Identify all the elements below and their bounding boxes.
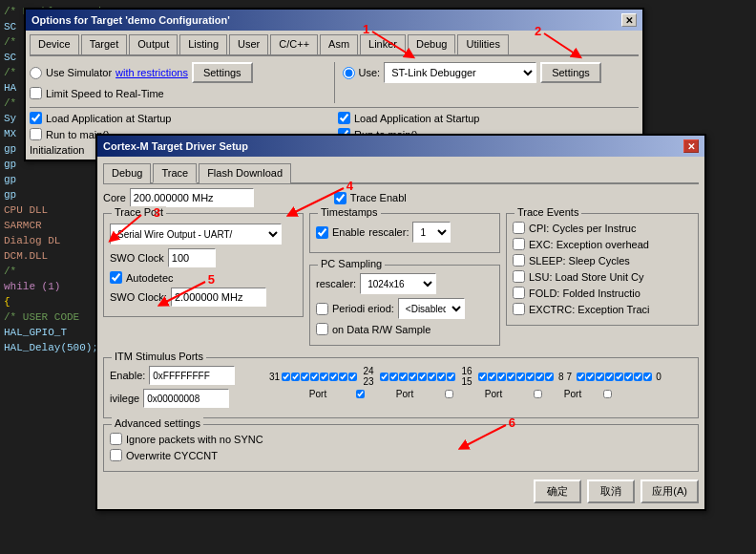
port-31-label: 31 bbox=[261, 372, 280, 382]
tab-asm[interactable]: Asm bbox=[320, 34, 358, 54]
cpi-label: CPI: Cycles per Instruc bbox=[529, 223, 636, 234]
on-data-label: on Data R/W Sample bbox=[332, 324, 430, 335]
tab-debug[interactable]: Debug bbox=[408, 34, 455, 54]
exc-check[interactable] bbox=[513, 238, 525, 250]
cortex-tab-debug[interactable]: Debug bbox=[103, 163, 151, 183]
timestamps-enable-check[interactable] bbox=[316, 226, 328, 239]
pc-sampling-title: PC Sampling bbox=[318, 258, 385, 269]
p12-chk[interactable] bbox=[507, 373, 515, 381]
periodic-check[interactable] bbox=[316, 303, 328, 315]
tab-target[interactable]: Target bbox=[81, 34, 128, 54]
simulator-radio[interactable] bbox=[30, 67, 42, 79]
p30-chk[interactable] bbox=[291, 373, 300, 381]
p21-chk[interactable] bbox=[399, 373, 408, 381]
debugger-dropdown[interactable]: ST-Link Debugger bbox=[384, 62, 536, 83]
trace-event-exc: EXC: Exception overhead bbox=[513, 238, 692, 250]
tab-device[interactable]: Device bbox=[30, 34, 79, 54]
p27-chk[interactable] bbox=[320, 373, 328, 381]
p2-chk[interactable] bbox=[624, 373, 633, 381]
port-chk3[interactable] bbox=[534, 390, 542, 398]
autodetect-check[interactable] bbox=[110, 271, 122, 284]
exctrc-check[interactable] bbox=[513, 303, 525, 315]
p18-chk[interactable] bbox=[428, 373, 436, 381]
p31-chk[interactable] bbox=[282, 373, 290, 381]
tab-output[interactable]: Output bbox=[129, 34, 178, 54]
overwrite-check[interactable] bbox=[110, 449, 122, 461]
p4-chk[interactable] bbox=[605, 373, 614, 381]
swo-mhz-input[interactable] bbox=[171, 288, 266, 307]
periodic-select[interactable]: <Disabled> bbox=[398, 298, 465, 319]
run-main-check[interactable] bbox=[30, 128, 42, 140]
enable-label: Enable: bbox=[110, 370, 145, 381]
p19-chk[interactable] bbox=[418, 373, 427, 381]
ok-btn[interactable]: 确定 bbox=[534, 479, 581, 503]
fold-check[interactable] bbox=[513, 287, 525, 299]
tab-utilities[interactable]: Utilities bbox=[457, 34, 508, 54]
p11-chk[interactable] bbox=[516, 373, 525, 381]
swo-clock-label: SWO Clock bbox=[110, 252, 164, 264]
p13-chk[interactable] bbox=[497, 373, 506, 381]
tab-listing[interactable]: Listing bbox=[179, 34, 227, 54]
restrictions-link[interactable]: with restrictions bbox=[116, 67, 188, 78]
p5-chk[interactable] bbox=[596, 373, 604, 381]
on-data-check[interactable] bbox=[316, 323, 328, 335]
autodetect-row: Autodetec bbox=[110, 271, 297, 284]
p22-chk[interactable] bbox=[389, 373, 398, 381]
p17-chk[interactable] bbox=[437, 373, 446, 381]
tab-linker[interactable]: Linker bbox=[360, 34, 406, 54]
port-chk2[interactable] bbox=[445, 390, 453, 398]
tab-user[interactable]: User bbox=[229, 34, 268, 54]
ivilege-input[interactable] bbox=[143, 389, 229, 408]
apply-btn[interactable]: 应用(A) bbox=[640, 479, 699, 503]
sleep-check[interactable] bbox=[513, 254, 525, 266]
p16a-chk[interactable] bbox=[447, 373, 455, 381]
options-close-btn[interactable]: ✕ bbox=[621, 13, 637, 27]
p10-chk[interactable] bbox=[526, 373, 535, 381]
debugger-settings-btn[interactable]: Settings bbox=[540, 62, 601, 83]
cortex-tab-flash[interactable]: Flash Download bbox=[199, 163, 291, 183]
p1-chk[interactable] bbox=[634, 373, 642, 381]
load-app-check2[interactable] bbox=[338, 112, 350, 124]
pc-rescaler-select[interactable]: 1024x16 bbox=[360, 273, 436, 294]
simulator-settings-btn[interactable]: Settings bbox=[192, 62, 253, 83]
p0-chk[interactable] bbox=[643, 373, 652, 381]
enable-input[interactable] bbox=[149, 366, 235, 385]
p26-chk[interactable] bbox=[329, 373, 338, 381]
fold-label: FOLD: Folded Instructio bbox=[529, 288, 640, 299]
p9-chk[interactable] bbox=[536, 373, 544, 381]
ignore-sync-check[interactable] bbox=[110, 433, 122, 445]
p8a-chk[interactable] bbox=[545, 373, 554, 381]
p25-chk[interactable] bbox=[339, 373, 347, 381]
swo-clock-input[interactable] bbox=[168, 248, 216, 267]
cpi-check[interactable] bbox=[513, 222, 525, 234]
debugger-row: Use: ST-Link Debugger Settings bbox=[343, 62, 640, 83]
p24a-chk[interactable] bbox=[348, 373, 357, 381]
exctrc-label: EXCTRC: Exception Traci bbox=[529, 304, 650, 315]
lsu-check[interactable] bbox=[513, 270, 525, 283]
trace-events-content: CPI: Cycles per Instruc EXC: Exception o… bbox=[513, 222, 692, 315]
trace-enable-check[interactable] bbox=[334, 192, 346, 204]
p20-chk[interactable] bbox=[409, 373, 417, 381]
tab-cpp[interactable]: C/C++ bbox=[270, 34, 318, 54]
p23-chk[interactable] bbox=[380, 373, 388, 381]
load-app-check[interactable] bbox=[30, 112, 42, 124]
p3-chk[interactable] bbox=[615, 373, 623, 381]
trace-port-dropdown[interactable]: Serial Wire Output - UART/ bbox=[110, 224, 282, 245]
port-chk1[interactable] bbox=[356, 390, 365, 398]
limit-speed-label: Limit Speed to Real-Time bbox=[46, 88, 164, 99]
p14-chk[interactable] bbox=[488, 373, 496, 381]
p28-chk[interactable] bbox=[310, 373, 319, 381]
p29-chk[interactable] bbox=[301, 373, 309, 381]
debugger-radio[interactable] bbox=[343, 67, 355, 79]
cortex-tab-trace[interactable]: Trace bbox=[153, 163, 197, 183]
rescaler-select[interactable]: 1 bbox=[412, 222, 451, 243]
p7-chk[interactable] bbox=[577, 373, 585, 381]
cortex-close-btn[interactable]: ✕ bbox=[683, 139, 699, 153]
limit-speed-check[interactable] bbox=[30, 87, 42, 99]
p15-chk[interactable] bbox=[478, 373, 487, 381]
cancel-btn[interactable]: 取消 bbox=[587, 479, 635, 503]
ivilege-label: ivilege bbox=[110, 393, 139, 404]
port-chk4[interactable] bbox=[603, 390, 612, 398]
p6-chk[interactable] bbox=[586, 373, 595, 381]
core-input[interactable] bbox=[130, 188, 254, 207]
